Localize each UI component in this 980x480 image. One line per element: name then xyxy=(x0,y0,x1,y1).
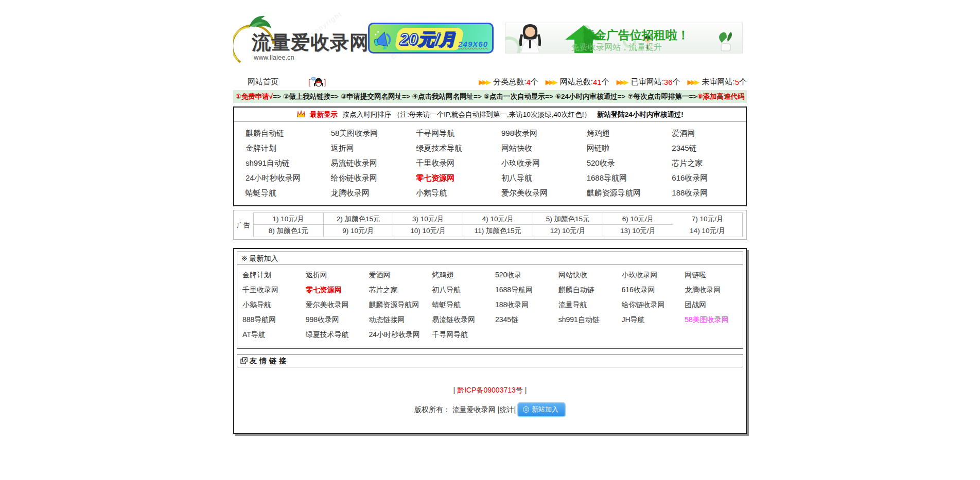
logo-url: www.llaiee.cn xyxy=(254,54,294,61)
site-link[interactable]: 易流链收录网 xyxy=(320,155,405,170)
site-link[interactable]: 2345链 xyxy=(490,312,553,327)
join-button-icon: ≡ xyxy=(523,406,529,413)
site-link[interactable]: 千里收录网 xyxy=(405,155,490,170)
site-link[interactable]: 520收录 xyxy=(490,268,553,282)
stat-unit: 个 xyxy=(531,77,538,87)
step-add-code: ⑧添加高速代码 xyxy=(697,93,744,100)
site-link[interactable]: 千里收录网 xyxy=(237,282,301,297)
site-link[interactable]: 金牌计划 xyxy=(234,140,320,155)
sort-note: 按点入时间排序 （注:每来访一个IP,就会自动排到第一,来访10次淡绿,40次红… xyxy=(343,111,591,118)
site-link[interactable]: 2345链 xyxy=(660,140,746,155)
site-link[interactable]: 芯片之家 xyxy=(364,282,427,297)
site-link[interactable]: 给你链收录网 xyxy=(617,297,680,312)
site-link[interactable]: 零七资源网 xyxy=(301,282,364,297)
site-link[interactable]: 爱酒网 xyxy=(660,126,746,140)
stat-item: ▶▶▶ 分类总数:4个 xyxy=(479,77,538,87)
site-link[interactable]: 24小时秒收录网 xyxy=(364,327,427,342)
megaphone-icon xyxy=(371,26,397,53)
site-link[interactable]: 网站快收 xyxy=(553,268,617,282)
site-link[interactable]: sh991自动链 xyxy=(553,312,617,327)
latest-display-title: 最新显示 xyxy=(310,111,338,118)
site-link[interactable]: 麒麟自动链 xyxy=(553,282,617,297)
latest-display-table: 最新显示 按点入时间排序 （注:每来访一个IP,就会自动排到第一,来访10次淡绿… xyxy=(233,106,747,206)
site-link[interactable]: 初八导航 xyxy=(490,170,575,185)
site-link[interactable]: 流量导航 xyxy=(553,297,617,312)
site-link[interactable]: 芯片之家 xyxy=(660,155,746,170)
site-link[interactable]: 麒麟资源导航网 xyxy=(575,185,661,200)
site-link[interactable]: 给你链收录网 xyxy=(320,170,405,185)
site-link[interactable]: 58美图收录网 xyxy=(679,312,743,327)
site-link[interactable]: 小鹅导航 xyxy=(405,185,490,200)
site-link[interactable]: 小鹅导航 xyxy=(237,297,301,312)
gold-ad-banner[interactable]: 黄金广告位招租啦！ 免费收录网站，流量提升 xyxy=(505,23,743,54)
site-link[interactable]: 蜻蜓导航 xyxy=(234,185,320,200)
stat-value: 5 xyxy=(735,78,739,86)
friend-links-bar: 友情链接 xyxy=(237,354,743,367)
site-logo[interactable]: 流量爱收录网 www.llaiee.cn xyxy=(233,13,368,64)
site-link[interactable]: 千寻网导航 xyxy=(405,126,490,140)
site-link[interactable]: 返折网 xyxy=(301,268,364,282)
banner-subtitle: 免费收录网站，流量提升 xyxy=(571,42,662,53)
site-link[interactable]: 网链啦 xyxy=(679,268,743,282)
site-link[interactable]: 58美图收录网 xyxy=(320,126,405,140)
stat-unit: 个 xyxy=(672,77,680,87)
site-link[interactable]: 188收录网 xyxy=(660,185,746,200)
site-link[interactable]: 24小时秒收录网 xyxy=(234,170,320,185)
site-link[interactable]: 返折网 xyxy=(320,140,405,155)
ad-slot: 10) 10元/月 xyxy=(393,225,463,237)
join-button-label: 新站加入 xyxy=(532,405,558,414)
site-link[interactable]: 动态链接网 xyxy=(364,312,427,327)
site-link[interactable]: 绿夏技术导航 xyxy=(405,140,490,155)
site-link[interactable]: 网站快收 xyxy=(490,140,575,155)
site-link[interactable]: 爱尔美收录网 xyxy=(490,185,575,200)
site-link[interactable]: 小玖收录网 xyxy=(617,268,680,282)
site-link[interactable]: 小玖收录网 xyxy=(490,155,575,170)
site-stats: ▶▶▶ 分类总数:4个 ▶▶▶ 网站总数:41个 ▶▶▶ 已审网站:36个 ▶▶… xyxy=(471,77,747,87)
site-link[interactable]: 初八导航 xyxy=(427,282,490,297)
site-link[interactable]: 龙腾收录网 xyxy=(320,185,405,200)
site-link[interactable]: 团战网 xyxy=(679,297,743,312)
pipe: | xyxy=(525,386,527,394)
site-link[interactable]: 616收录网 xyxy=(660,170,746,185)
nav-home-link[interactable]: 网站首页 xyxy=(248,77,278,87)
site-link[interactable]: 1688导航网 xyxy=(575,170,661,185)
qq-contact[interactable]: [ ] xyxy=(308,77,326,87)
price-ad-banner[interactable]: 20元/月 249X60 xyxy=(368,23,494,54)
site-link[interactable]: 龙腾收录网 xyxy=(679,282,743,297)
ad-slot: 13) 10元/月 xyxy=(603,225,673,237)
site-link[interactable]: AT导航 xyxy=(237,327,301,342)
site-link[interactable]: 888导航网 xyxy=(237,312,301,327)
site-link[interactable]: 188收录网 xyxy=(490,297,553,312)
icp-line: |黔ICP备09003713号| xyxy=(237,386,743,395)
site-link[interactable]: 麒麟自动链 xyxy=(234,126,320,140)
nav-bar: 网站首页 [ ] ▶▶▶ 分类总数:4个 xyxy=(233,77,747,86)
site-link[interactable]: 998收录网 xyxy=(301,312,364,327)
site-link[interactable]: 蜻蜓导航 xyxy=(427,297,490,312)
site-link[interactable]: 520收录 xyxy=(575,155,661,170)
bracket-close: ] xyxy=(324,78,326,86)
site-link[interactable]: 爱酒网 xyxy=(364,268,427,282)
site-link[interactable]: 麒麟资源导航网 xyxy=(364,297,427,312)
site-link[interactable]: sh991自动链 xyxy=(234,155,320,170)
site-link[interactable]: 绿夏技术导航 xyxy=(301,327,364,342)
site-link[interactable]: 金牌计划 xyxy=(237,268,301,282)
crown-icon xyxy=(296,111,306,118)
ad-slot: 3) 10元/月 xyxy=(393,213,463,225)
site-link[interactable]: 网链啦 xyxy=(575,140,661,155)
site-link[interactable]: 烤鸡翅 xyxy=(575,126,661,140)
stat-value: 4 xyxy=(526,78,530,86)
site-link[interactable]: 1688导航网 xyxy=(490,282,553,297)
bottom-container: ※ 最新加入 金牌计划 返折网 爱酒网 烤鸡翅 520收录 网站快收 小玖收录网 xyxy=(233,248,747,434)
latest-joined-box: ※ 最新加入 金牌计划 返折网 爱酒网 烤鸡翅 520收录 网站快收 小玖收录网 xyxy=(237,252,743,349)
site-link[interactable]: JH导航 xyxy=(617,312,680,327)
site-link[interactable]: 616收录网 xyxy=(617,282,680,297)
site-link[interactable]: 易流链收录网 xyxy=(427,312,490,327)
stat-value: 36 xyxy=(664,78,673,86)
site-link[interactable]: 零七资源网 xyxy=(405,170,490,185)
site-link[interactable]: 烤鸡翅 xyxy=(427,268,490,282)
site-link[interactable]: 爱尔美收录网 xyxy=(301,297,364,312)
site-link[interactable]: 千寻网导航 xyxy=(427,327,490,342)
stats-counter-link[interactable]: |统计| xyxy=(498,405,516,415)
site-link[interactable]: 998收录网 xyxy=(490,126,575,140)
join-new-site-button[interactable]: ≡ 新站加入 xyxy=(517,402,566,417)
